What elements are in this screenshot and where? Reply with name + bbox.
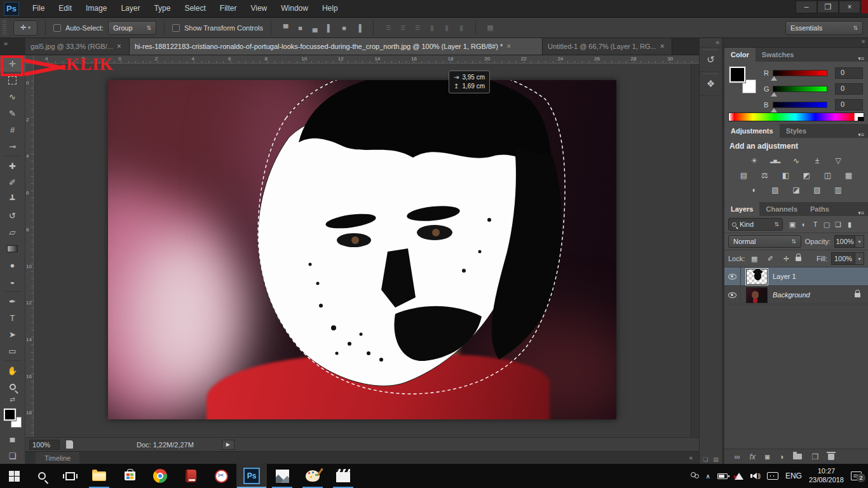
brightness-contrast-icon[interactable]: ☀ [747,155,762,166]
slider-thumb[interactable] [771,92,777,97]
clock[interactable]: 10:27 23/08/2018 [809,467,844,485]
layer-row-layer1[interactable]: Layer 1 [724,268,868,286]
canvas[interactable] [108,80,616,419]
document-tab-3[interactable]: Untitled-1 @ 66,7% (Layer 1, RG...× [543,38,672,55]
tab-adjustments[interactable]: Adjustments [724,124,780,138]
gradient-map-icon[interactable]: ▧ [810,184,825,195]
blur-tool[interactable]: ● [0,257,25,273]
color-balance-icon[interactable]: ⚖ [757,170,773,180]
panel-menu-icon[interactable]: ▾≡ [858,207,868,216]
threshold-icon[interactable]: ◪ [789,184,804,195]
foreground-color-swatch[interactable] [4,409,16,421]
posterize-icon[interactable]: ▨ [768,184,783,195]
dock-collapse-arrows[interactable]: « [700,38,722,48]
action-center-icon[interactable]: 2 [851,471,862,480]
show-hidden-icons-chevron[interactable]: ∧ [706,473,710,480]
taskbar-app-paint-app[interactable] [297,464,328,488]
slider-thumb[interactable] [771,76,777,81]
lock-image-pixels-icon[interactable]: ✐ [764,255,776,263]
new-layer-icon[interactable]: ❐ [811,452,818,461]
lock-transparent-pixels-icon[interactable]: ▦ [749,255,760,263]
eyedropper-tool[interactable]: ⊸ [0,138,25,154]
auto-select-checkbox[interactable] [53,24,61,32]
link-layers-icon[interactable]: ∞ [735,452,740,461]
distribute-left-edges-icon[interactable]: ||| [425,22,438,34]
layer-name[interactable]: Layer 1 [773,273,796,280]
clone-stamp-tool[interactable]: ┻ [0,191,25,207]
channel-value-field[interactable]: 0 [835,99,863,111]
tab-layers[interactable]: Layers [724,202,759,216]
tab-close-icon[interactable]: × [506,42,511,51]
auto-align-layers-icon[interactable]: ▦ [484,22,497,34]
path-selection-tool[interactable]: ➤ [0,326,25,342]
filter-kind-dropdown[interactable]: Kind ⇅ [728,218,783,231]
channel-slider[interactable] [773,70,827,76]
layer-row-background[interactable]: Background [724,286,868,304]
properties-3d-panel-button[interactable]: ❖ [700,72,722,96]
crop-tool[interactable]: # [0,121,25,138]
document-tab-2[interactable]: hi-res-188122183-cristiano-ronaldo-of-po… [130,38,543,55]
history-brush-tool[interactable]: ↺ [0,207,25,224]
tab-swatches[interactable]: Swatches [756,48,801,62]
filter-shape-layers-icon[interactable]: ▢ [821,220,832,229]
slider-thumb[interactable] [771,108,777,112]
hue-saturation-icon[interactable]: ▤ [736,170,752,180]
new-group-icon[interactable] [793,454,802,459]
menu-help[interactable]: Help [315,0,345,17]
foreground-background-colors[interactable] [2,408,24,430]
distribute-vertical-centers-icon[interactable]: ☰ [396,22,409,34]
distribute-top-edges-icon[interactable]: ☰ [381,22,395,34]
filter-smart-objects-icon[interactable]: ❏ [832,220,844,229]
tab-color[interactable]: Color [724,48,756,62]
workspace-dropdown[interactable]: Essentials ⇅ [785,21,863,35]
show-transform-controls-checkbox[interactable] [172,24,180,32]
channel-slider[interactable] [773,86,827,92]
touch-keyboard-icon[interactable] [767,472,778,480]
align-horizontal-centers-icon[interactable]: ■ [337,22,351,34]
curves-icon[interactable]: ∿ [789,155,804,166]
new-adjustment-layer-icon[interactable]: ◑ [779,452,783,461]
lock-position-icon[interactable]: ✛ [780,255,792,263]
add-layer-mask-icon[interactable]: ◙ [765,452,770,461]
taskbar-app-chrome[interactable] [145,464,175,488]
screen-mode-button[interactable]: ❏ [0,448,25,464]
task-view-button[interactable] [56,464,84,488]
menu-select[interactable]: Select [177,0,212,17]
layer-effects-icon[interactable]: fx [750,452,756,461]
blend-mode-dropdown[interactable]: Normal ⇅ [728,235,801,248]
panel-menu-icon[interactable]: ▾≡ [858,129,868,138]
history-panel-button[interactable]: ↺ [700,48,722,72]
spot-healing-brush-tool[interactable]: ✚ [0,158,25,174]
menu-window[interactable]: Window [274,0,315,17]
color-swatches-widget[interactable] [729,67,759,96]
current-tool-chip[interactable]: ✛ ▾ [13,20,37,36]
people-icon[interactable] [690,472,699,480]
type-tool[interactable]: T [0,309,25,326]
lock-all-icon[interactable] [796,257,801,261]
restore-button[interactable]: ❐ [817,1,839,13]
timeline-tab[interactable]: Timeline [36,452,79,464]
taskbar-app-movie-maker[interactable] [328,464,358,488]
vertical-ruler[interactable]: 024681012141618 [25,64,34,437]
toolbar-collapse-arrow[interactable]: » [0,38,25,55]
color-spectrum-ramp[interactable] [728,112,864,121]
filter-adjustment-layers-icon[interactable]: ◐ [798,220,810,229]
vibrance-icon[interactable]: ▽ [831,155,846,166]
hand-tool[interactable]: ✋ [0,362,25,379]
menu-view[interactable]: View [243,0,274,17]
taskbar-app-dictionary-app[interactable] [175,464,206,488]
menu-edit[interactable]: Edit [51,0,79,17]
zoom-tool[interactable] [0,379,25,395]
dodge-tool[interactable]: ◒ [0,273,25,290]
opacity-field[interactable]: 100% ▾ [834,235,864,248]
visibility-toggle[interactable] [724,286,741,304]
filter-pixel-layers-icon[interactable]: ▣ [787,220,798,229]
tab-channels[interactable]: Channels [759,202,804,216]
tab-close-icon[interactable]: × [660,42,665,51]
distribute-right-edges-icon[interactable]: ||| [454,22,468,34]
chevron-down-icon[interactable]: ▾ [855,253,864,264]
battery-icon[interactable] [717,473,728,479]
channel-value-field[interactable]: 0 [835,67,863,79]
menu-file[interactable]: File [25,0,51,17]
taskbar-app-snipping-app[interactable] [206,464,236,488]
